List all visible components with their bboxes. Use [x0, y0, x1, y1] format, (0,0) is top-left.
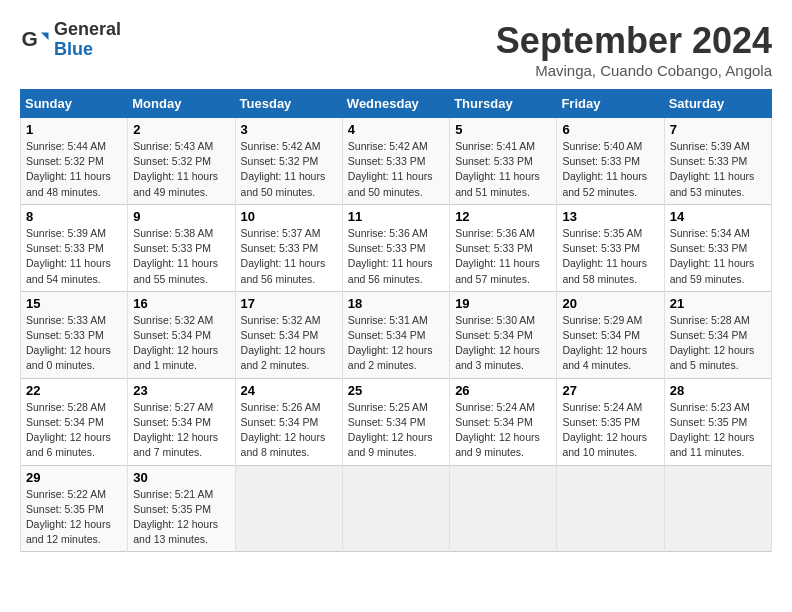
day-info: Sunrise: 5:36 AMSunset: 5:33 PMDaylight:… — [455, 227, 540, 285]
calendar-cell — [342, 465, 449, 552]
calendar-cell: 1 Sunrise: 5:44 AMSunset: 5:32 PMDayligh… — [21, 118, 128, 205]
day-info: Sunrise: 5:21 AMSunset: 5:35 PMDaylight:… — [133, 488, 218, 546]
day-number: 18 — [348, 296, 444, 311]
calendar-cell: 4 Sunrise: 5:42 AMSunset: 5:33 PMDayligh… — [342, 118, 449, 205]
calendar-cell: 13 Sunrise: 5:35 AMSunset: 5:33 PMDaylig… — [557, 204, 664, 291]
logo-icon: G — [20, 25, 50, 55]
day-info: Sunrise: 5:25 AMSunset: 5:34 PMDaylight:… — [348, 401, 433, 459]
svg-text:G: G — [22, 27, 38, 50]
calendar-cell: 18 Sunrise: 5:31 AMSunset: 5:34 PMDaylig… — [342, 291, 449, 378]
calendar-header-row: SundayMondayTuesdayWednesdayThursdayFrid… — [21, 90, 772, 118]
header-monday: Monday — [128, 90, 235, 118]
day-number: 13 — [562, 209, 658, 224]
header-friday: Friday — [557, 90, 664, 118]
calendar-cell: 20 Sunrise: 5:29 AMSunset: 5:34 PMDaylig… — [557, 291, 664, 378]
day-info: Sunrise: 5:37 AMSunset: 5:33 PMDaylight:… — [241, 227, 326, 285]
calendar-cell: 14 Sunrise: 5:34 AMSunset: 5:33 PMDaylig… — [664, 204, 771, 291]
day-number: 12 — [455, 209, 551, 224]
calendar-cell: 26 Sunrise: 5:24 AMSunset: 5:34 PMDaylig… — [450, 378, 557, 465]
day-number: 29 — [26, 470, 122, 485]
calendar-cell: 30 Sunrise: 5:21 AMSunset: 5:35 PMDaylig… — [128, 465, 235, 552]
calendar-cell: 7 Sunrise: 5:39 AMSunset: 5:33 PMDayligh… — [664, 118, 771, 205]
day-info: Sunrise: 5:27 AMSunset: 5:34 PMDaylight:… — [133, 401, 218, 459]
calendar-week-row: 22 Sunrise: 5:28 AMSunset: 5:34 PMDaylig… — [21, 378, 772, 465]
day-info: Sunrise: 5:38 AMSunset: 5:33 PMDaylight:… — [133, 227, 218, 285]
day-info: Sunrise: 5:43 AMSunset: 5:32 PMDaylight:… — [133, 140, 218, 198]
day-info: Sunrise: 5:30 AMSunset: 5:34 PMDaylight:… — [455, 314, 540, 372]
day-info: Sunrise: 5:44 AMSunset: 5:32 PMDaylight:… — [26, 140, 111, 198]
calendar-cell: 23 Sunrise: 5:27 AMSunset: 5:34 PMDaylig… — [128, 378, 235, 465]
calendar-cell: 21 Sunrise: 5:28 AMSunset: 5:34 PMDaylig… — [664, 291, 771, 378]
calendar-cell: 12 Sunrise: 5:36 AMSunset: 5:33 PMDaylig… — [450, 204, 557, 291]
month-title: September 2024 — [496, 20, 772, 62]
header-wednesday: Wednesday — [342, 90, 449, 118]
calendar-week-row: 1 Sunrise: 5:44 AMSunset: 5:32 PMDayligh… — [21, 118, 772, 205]
calendar-cell: 2 Sunrise: 5:43 AMSunset: 5:32 PMDayligh… — [128, 118, 235, 205]
calendar-cell: 24 Sunrise: 5:26 AMSunset: 5:34 PMDaylig… — [235, 378, 342, 465]
calendar-cell — [557, 465, 664, 552]
day-number: 27 — [562, 383, 658, 398]
calendar-cell: 8 Sunrise: 5:39 AMSunset: 5:33 PMDayligh… — [21, 204, 128, 291]
day-number: 19 — [455, 296, 551, 311]
day-number: 7 — [670, 122, 766, 137]
header-saturday: Saturday — [664, 90, 771, 118]
day-info: Sunrise: 5:22 AMSunset: 5:35 PMDaylight:… — [26, 488, 111, 546]
calendar-week-row: 29 Sunrise: 5:22 AMSunset: 5:35 PMDaylig… — [21, 465, 772, 552]
calendar-cell: 10 Sunrise: 5:37 AMSunset: 5:33 PMDaylig… — [235, 204, 342, 291]
header-thursday: Thursday — [450, 90, 557, 118]
day-number: 20 — [562, 296, 658, 311]
calendar-cell: 16 Sunrise: 5:32 AMSunset: 5:34 PMDaylig… — [128, 291, 235, 378]
calendar-cell: 27 Sunrise: 5:24 AMSunset: 5:35 PMDaylig… — [557, 378, 664, 465]
day-info: Sunrise: 5:33 AMSunset: 5:33 PMDaylight:… — [26, 314, 111, 372]
day-info: Sunrise: 5:28 AMSunset: 5:34 PMDaylight:… — [670, 314, 755, 372]
day-info: Sunrise: 5:42 AMSunset: 5:33 PMDaylight:… — [348, 140, 433, 198]
svg-marker-1 — [41, 32, 49, 40]
day-number: 11 — [348, 209, 444, 224]
calendar-cell — [450, 465, 557, 552]
day-number: 14 — [670, 209, 766, 224]
calendar-cell: 6 Sunrise: 5:40 AMSunset: 5:33 PMDayligh… — [557, 118, 664, 205]
day-info: Sunrise: 5:36 AMSunset: 5:33 PMDaylight:… — [348, 227, 433, 285]
day-info: Sunrise: 5:29 AMSunset: 5:34 PMDaylight:… — [562, 314, 647, 372]
day-info: Sunrise: 5:32 AMSunset: 5:34 PMDaylight:… — [133, 314, 218, 372]
day-info: Sunrise: 5:23 AMSunset: 5:35 PMDaylight:… — [670, 401, 755, 459]
day-info: Sunrise: 5:35 AMSunset: 5:33 PMDaylight:… — [562, 227, 647, 285]
day-info: Sunrise: 5:39 AMSunset: 5:33 PMDaylight:… — [26, 227, 111, 285]
day-info: Sunrise: 5:39 AMSunset: 5:33 PMDaylight:… — [670, 140, 755, 198]
day-info: Sunrise: 5:31 AMSunset: 5:34 PMDaylight:… — [348, 314, 433, 372]
day-number: 2 — [133, 122, 229, 137]
logo-general: General — [54, 20, 121, 40]
day-number: 8 — [26, 209, 122, 224]
calendar-cell — [664, 465, 771, 552]
day-info: Sunrise: 5:40 AMSunset: 5:33 PMDaylight:… — [562, 140, 647, 198]
location: Mavinga, Cuando Cobango, Angola — [496, 62, 772, 79]
day-info: Sunrise: 5:26 AMSunset: 5:34 PMDaylight:… — [241, 401, 326, 459]
calendar-cell: 17 Sunrise: 5:32 AMSunset: 5:34 PMDaylig… — [235, 291, 342, 378]
day-info: Sunrise: 5:34 AMSunset: 5:33 PMDaylight:… — [670, 227, 755, 285]
calendar-cell: 5 Sunrise: 5:41 AMSunset: 5:33 PMDayligh… — [450, 118, 557, 205]
calendar-cell: 9 Sunrise: 5:38 AMSunset: 5:33 PMDayligh… — [128, 204, 235, 291]
day-number: 3 — [241, 122, 337, 137]
day-number: 25 — [348, 383, 444, 398]
day-number: 30 — [133, 470, 229, 485]
day-number: 21 — [670, 296, 766, 311]
calendar-cell: 29 Sunrise: 5:22 AMSunset: 5:35 PMDaylig… — [21, 465, 128, 552]
calendar-cell: 15 Sunrise: 5:33 AMSunset: 5:33 PMDaylig… — [21, 291, 128, 378]
day-number: 17 — [241, 296, 337, 311]
day-info: Sunrise: 5:24 AMSunset: 5:34 PMDaylight:… — [455, 401, 540, 459]
day-number: 24 — [241, 383, 337, 398]
day-number: 9 — [133, 209, 229, 224]
day-number: 26 — [455, 383, 551, 398]
calendar-cell: 28 Sunrise: 5:23 AMSunset: 5:35 PMDaylig… — [664, 378, 771, 465]
header-sunday: Sunday — [21, 90, 128, 118]
day-info: Sunrise: 5:41 AMSunset: 5:33 PMDaylight:… — [455, 140, 540, 198]
header-tuesday: Tuesday — [235, 90, 342, 118]
day-number: 4 — [348, 122, 444, 137]
calendar-table: SundayMondayTuesdayWednesdayThursdayFrid… — [20, 89, 772, 552]
day-number: 16 — [133, 296, 229, 311]
logo-blue: Blue — [54, 40, 121, 60]
day-number: 22 — [26, 383, 122, 398]
calendar-cell: 25 Sunrise: 5:25 AMSunset: 5:34 PMDaylig… — [342, 378, 449, 465]
day-number: 28 — [670, 383, 766, 398]
page-header: G General Blue September 2024 Mavinga, C… — [20, 20, 772, 79]
